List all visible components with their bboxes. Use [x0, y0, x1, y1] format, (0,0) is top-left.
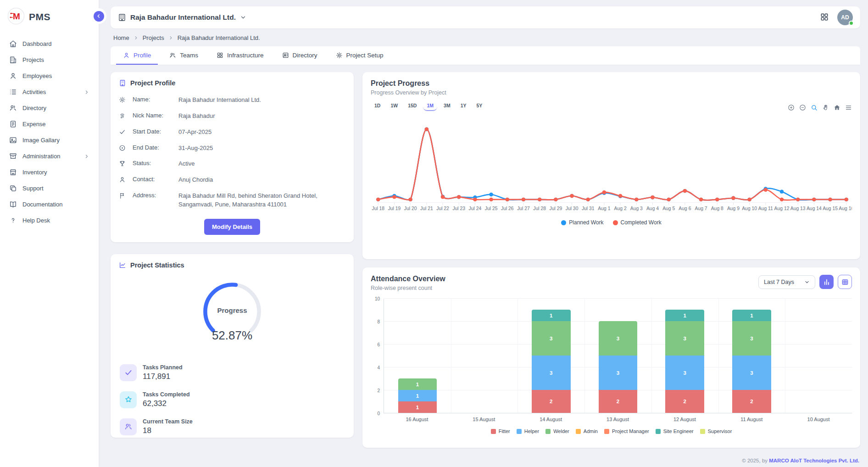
range-1y[interactable]: 1Y — [457, 101, 470, 111]
logo[interactable]: M PMS — [6, 6, 92, 36]
bar-view-button[interactable] — [819, 275, 834, 289]
user-avatar[interactable]: AD — [837, 10, 853, 25]
bar-segment-welder: 3 — [532, 321, 571, 356]
book-icon — [9, 200, 17, 208]
legend-item-completed-work[interactable]: Completed Work — [613, 219, 662, 226]
x-axis-label: Aug 12 — [774, 206, 790, 211]
tab-profile[interactable]: Profile — [116, 46, 158, 65]
bar-segment-site-engineer: 1 — [665, 310, 704, 321]
zoom-out-icon[interactable] — [799, 104, 806, 111]
completed-work-marker — [667, 198, 671, 201]
zoom-in-icon[interactable] — [788, 104, 795, 111]
sidebar-item-inventory[interactable]: Inventory — [6, 164, 92, 180]
bar-column-15-august — [451, 299, 518, 413]
grid-view-button[interactable] — [838, 275, 852, 289]
attendance-controls: Last 7 Days — [758, 275, 852, 289]
people-icon — [124, 423, 133, 431]
gauge-label: Progress — [193, 306, 271, 314]
pan-hand-icon[interactable] — [822, 104, 829, 111]
range-1d[interactable]: 1D — [371, 101, 384, 111]
sidebar-item-administration[interactable]: Administration — [6, 148, 92, 164]
legend-label: Helper — [524, 428, 539, 434]
range-3m[interactable]: 3M — [440, 101, 454, 111]
legend-item-fitter[interactable]: Fitter — [491, 428, 510, 434]
sidebar-item-label: Support — [22, 185, 44, 192]
x-axis-label: Aug 9 — [727, 206, 740, 211]
range-5y[interactable]: 5Y — [473, 101, 486, 111]
company-selector[interactable]: Raja Bahadur International Ltd. — [118, 13, 246, 22]
bar-columns: 111233123323312331 — [384, 299, 852, 413]
sidebar-item-label: Activities — [22, 89, 46, 95]
completed-work-marker — [538, 198, 542, 201]
sidebar-item-image-gallery[interactable]: Image Gallary — [6, 132, 92, 148]
project-profile-card: Project Profile Name: Raja Bahadur Inter… — [111, 72, 354, 242]
legend-item-helper[interactable]: Helper — [517, 428, 539, 434]
legend-item-planned-work[interactable]: Planned Work — [561, 219, 603, 226]
home-reset-icon[interactable] — [834, 104, 840, 111]
sidebar-item-support[interactable]: Support — [6, 180, 92, 196]
footer-company-link[interactable]: MARCO AIoT Technologies Pvt. Ltd. — [769, 458, 859, 463]
stat-tasks-completed: Tasks Completed 62,332 — [119, 386, 345, 413]
sidebar-item-help-desk[interactable]: Help Desk — [6, 212, 92, 228]
legend-item-project-manager[interactable]: Project Manager — [604, 428, 649, 434]
sidebar-item-activities[interactable]: Activities — [6, 84, 92, 100]
tab-infrastructure[interactable]: Infrastructure — [210, 46, 271, 65]
bar-segment-fitter: 2 — [532, 390, 571, 413]
completed-work-marker — [441, 195, 445, 199]
tab-label: Profile — [134, 52, 151, 59]
date-range-select[interactable]: Last 7 Days — [758, 275, 815, 289]
range-1w[interactable]: 1W — [387, 101, 401, 111]
bar-chart-legend: FitterHelperWelderAdminProject ManagerSi… — [371, 428, 852, 434]
completed-work-marker — [392, 195, 396, 199]
sidebar-item-expense[interactable]: Expense — [6, 116, 92, 132]
completed-work-marker — [554, 198, 558, 201]
bar-column-11-august: 2331 — [718, 299, 785, 413]
range-1m[interactable]: 1M — [423, 101, 437, 111]
tab-directory[interactable]: Directory — [275, 46, 324, 65]
sidebar-collapse-button[interactable] — [94, 11, 104, 22]
sidebar: M PMS Dashboard Projects Employees Activ… — [0, 0, 99, 467]
modify-details-button[interactable]: Modify Details — [204, 219, 260, 235]
bar-segment-fitter: 2 — [599, 390, 638, 413]
apps-grid-button[interactable] — [820, 12, 829, 23]
tab-project-setup[interactable]: Project Setup — [329, 46, 390, 65]
apps-grid-icon — [820, 12, 829, 22]
breadcrumb-projects[interactable]: Projects — [143, 34, 164, 41]
chevron-down-icon — [240, 14, 246, 21]
stat-label: Tasks Planned — [143, 364, 183, 371]
field-label: Address: — [133, 192, 174, 199]
progress-title: Project Progress — [371, 79, 852, 88]
sidebar-item-dashboard[interactable]: Dashboard — [6, 36, 92, 52]
sidebar-item-documentation[interactable]: Documentation — [6, 196, 92, 212]
legend-swatch — [491, 429, 496, 434]
avatar-initials: AD — [841, 14, 849, 21]
legend-item-supervisor[interactable]: Supervisor — [700, 428, 732, 434]
sidebar-item-label: Image Gallary — [22, 137, 60, 144]
sidebar-item-employees[interactable]: Employees — [6, 68, 92, 84]
range-15d[interactable]: 15D — [404, 101, 420, 111]
selection-zoom-icon[interactable] — [811, 104, 818, 111]
breadcrumb-home[interactable]: Home — [113, 34, 129, 41]
bar-segment-fitter: 2 — [665, 390, 704, 413]
field-label: Name: — [133, 96, 174, 103]
check-icon — [124, 368, 133, 377]
legend-dot — [613, 220, 618, 225]
completed-work-marker — [586, 198, 590, 201]
copyright-text: © 2025, by — [742, 458, 769, 463]
menu-icon[interactable] — [845, 104, 852, 111]
tabs-bar: Profile Teams Infrastructure Directory P… — [111, 46, 860, 65]
legend-item-site-engineer[interactable]: Site Engineer — [656, 428, 694, 434]
bar-segment-value: 2 — [684, 399, 686, 404]
completed-work-marker — [522, 198, 526, 201]
stat-team-size: Current Team Size 18 — [119, 413, 345, 440]
legend-item-welder[interactable]: Welder — [545, 428, 569, 434]
legend-item-admin[interactable]: Admin — [576, 428, 598, 434]
bar-segment-value: 1 — [416, 405, 419, 410]
sidebar-item-projects[interactable]: Projects — [6, 52, 92, 68]
x-axis-label: Jul 18 — [372, 206, 384, 211]
y-axis-label: 2 — [377, 388, 380, 393]
planned-work-marker — [489, 193, 493, 196]
tab-teams[interactable]: Teams — [162, 46, 205, 65]
main-area: Raja Bahadur International Ltd. AD Home … — [99, 0, 868, 467]
sidebar-item-directory[interactable]: Directory — [6, 100, 92, 116]
